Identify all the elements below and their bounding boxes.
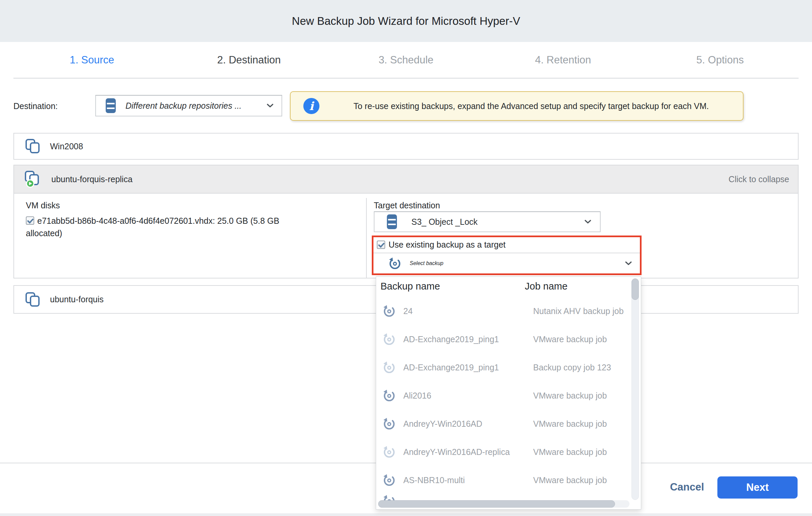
backup-option-name: AD-Exchange2019_ping1 <box>403 353 499 381</box>
vm-row-replica-header[interactable]: ubuntu-forquis-replica Click to collapse <box>13 165 799 194</box>
backup-icon <box>382 474 396 487</box>
backup-option[interactable]: AD-Exchange2019_ping1 VMware backup job <box>376 325 641 353</box>
backup-option-job: VMware backup job <box>533 466 607 494</box>
backup-icon <box>382 417 396 430</box>
vm-icon <box>25 292 40 307</box>
target-destination-select[interactable]: S3_ Object _Lock <box>374 211 601 232</box>
backup-icon <box>382 389 396 402</box>
wizard-steps: 1. Source 2. Destination 3. Schedule 4. … <box>13 42 799 78</box>
info-icon <box>303 98 319 114</box>
destination-label: Destination: <box>13 96 58 116</box>
backup-option[interactable]: AD-Exchange2019_ping1 Backup copy job 12… <box>376 353 641 381</box>
backup-option-name: AndreyY-Win2016AD-replica <box>403 438 510 466</box>
vm-disk-label: e71abb5d-b86b-4c48-a0f6-4d6f4e072601.vhd… <box>26 216 279 238</box>
chevron-down-icon <box>267 104 273 108</box>
steps-divider <box>13 78 799 79</box>
use-existing-backup-checkbox[interactable] <box>377 240 385 249</box>
vm-replica-icon <box>25 170 42 188</box>
use-existing-backup-row: Use existing backup as a target <box>377 240 506 250</box>
backup-option[interactable]: AndreyY-Win2016AD-replica VMware backup … <box>376 438 641 466</box>
backup-option[interactable]: 24 Nutanix AHV backup job <box>376 297 641 325</box>
column-header-job-name: Job name <box>525 281 568 292</box>
collapse-hint[interactable]: Click to collapse <box>728 174 789 184</box>
backup-option-job: VMware backup job <box>533 381 607 410</box>
backup-icon <box>382 361 396 374</box>
vm-disk-checkbox[interactable] <box>26 217 34 225</box>
column-header-backup-name: Backup name <box>380 281 440 292</box>
backup-option-job: Backup copy job 123 <box>533 353 611 381</box>
page-title: New Backup Job Wizard for Microsoft Hype… <box>0 0 812 42</box>
use-existing-backup-label: Use existing backup as a target <box>388 240 506 250</box>
info-banner: To re-use existing backups, expand the A… <box>290 91 744 121</box>
info-banner-text: To re-use existing backups, expand the A… <box>319 101 743 111</box>
backup-icon <box>388 257 402 270</box>
vertical-scrollbar-thumb[interactable] <box>632 279 639 300</box>
backup-option-job: VMware backup job <box>533 325 607 353</box>
panel-column-divider <box>366 198 367 279</box>
backup-option-name: 24 <box>403 297 413 325</box>
backup-option[interactable]: AS-NBR10-multi VMware backup job <box>376 466 641 494</box>
backup-icon <box>382 304 396 318</box>
tab-source[interactable]: 1. Source <box>13 42 170 78</box>
tab-options: 5. Options <box>642 42 799 78</box>
select-backup-dropdown[interactable]: Select backup <box>373 253 640 274</box>
chevron-down-icon <box>584 220 591 224</box>
backup-option-job: Nutanix AHV backup job <box>533 297 624 325</box>
cancel-button[interactable]: Cancel <box>656 476 718 498</box>
vm-disk-item: e71abb5d-b86b-4c48-a0f6-4d6f4e072601.vhd… <box>26 215 314 239</box>
backup-option-name: AndreyY-Win2016AD <box>403 410 482 438</box>
tab-retention: 4. Retention <box>485 42 642 78</box>
vm-name: ubuntu-forquis <box>50 294 104 304</box>
backup-option[interactable]: Ali2016 VMware backup job <box>376 381 641 410</box>
select-backup-placeholder: Select backup <box>410 260 443 266</box>
window-bottom-edge <box>0 513 812 516</box>
wizard-titlebar: New Backup Job Wizard for Microsoft Hype… <box>0 0 812 42</box>
destination-selected-value: Different backup repositories ... <box>125 101 241 111</box>
backup-option-job: VMware backup job <box>533 410 607 438</box>
tab-schedule: 3. Schedule <box>327 42 485 78</box>
vm-name: ubuntu-forquis-replica <box>51 174 133 184</box>
backup-option-name: Ali2016 <box>403 381 431 410</box>
tab-destination[interactable]: 2. Destination <box>170 42 327 78</box>
chevron-down-icon <box>625 261 632 265</box>
vm-disks-label: VM disks <box>26 201 60 210</box>
backup-icon <box>382 333 396 346</box>
wizard-window: New Backup Job Wizard for Microsoft Hype… <box>0 0 812 516</box>
repository-icon <box>386 213 398 230</box>
next-button[interactable]: Next <box>717 477 798 498</box>
backup-icon <box>382 445 396 459</box>
repository-icon <box>105 97 117 114</box>
backup-option-name: AD-Exchange2019_ping1 <box>403 325 499 353</box>
backup-option-name: AS-NBR10-multi <box>403 466 465 494</box>
vertical-scrollbar-track[interactable] <box>632 279 639 500</box>
backup-option[interactable]: AndreyY-Win2016AD VMware backup job <box>376 410 641 438</box>
target-selected-value: S3_ Object _Lock <box>411 217 477 227</box>
backup-dropdown-list: Backup name Job name 24 Nutanix AHV back… <box>376 277 641 510</box>
vm-row-win2008[interactable]: Win2008 <box>13 133 799 160</box>
target-destination-label: Target destination <box>374 201 440 210</box>
backup-option-job: VMware backup job <box>533 438 607 466</box>
destination-repositories-select[interactable]: Different backup repositories ... <box>95 95 282 116</box>
horizontal-scrollbar-thumb[interactable] <box>378 500 615 508</box>
vm-name: Win2008 <box>50 142 83 151</box>
use-existing-backup-highlight: Use existing backup as a target Select b… <box>372 235 642 275</box>
vm-icon <box>25 139 40 154</box>
